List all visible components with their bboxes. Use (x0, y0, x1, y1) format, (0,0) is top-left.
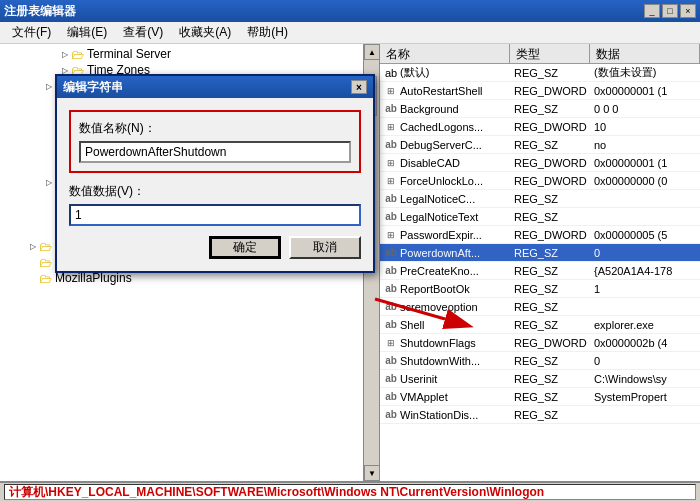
reg-row-legalnoticetext[interactable]: ab LegalNoticeText REG_SZ (380, 208, 700, 226)
reg-row-autorestartshell[interactable]: ⊞ AutoRestartShell REG_DWORD 0x00000001 … (380, 82, 700, 100)
close-button[interactable]: × (680, 4, 696, 18)
reg-cell-data: 0x00000001 (1 (590, 84, 700, 98)
dialog-field-group: 数值名称(N)： (69, 110, 361, 173)
reg-cell-name: ab (默认) (380, 64, 510, 81)
reg-cell-type: REG_DWORD (510, 84, 590, 98)
reg-icon-default: ab (384, 67, 398, 79)
reg-row-debugserverc[interactable]: ab DebugServerC... REG_SZ no (380, 136, 700, 154)
reg-cell-data: C:\Windows\sy (590, 372, 700, 386)
field-name-input[interactable] (79, 141, 351, 163)
reg-icon-ab: ab (384, 319, 398, 331)
reg-cell-type: REG_SZ (510, 372, 590, 386)
reg-row-passwordexpir[interactable]: ⊞ PasswordExpir... REG_DWORD 0x00000005 … (380, 226, 700, 244)
app-title: 注册表编辑器 (4, 3, 644, 20)
cancel-button[interactable]: 取消 (289, 236, 361, 259)
reg-cell-data (590, 414, 700, 416)
reg-cell-name: ab Userinit (380, 372, 510, 386)
reg-cell-type: REG_SZ (510, 408, 590, 422)
reg-row-vmapplet[interactable]: ab VMApplet REG_SZ SystemPropert (380, 388, 700, 406)
reg-cell-type: REG_DWORD (510, 336, 590, 350)
menu-edit[interactable]: 编辑(E) (59, 22, 115, 43)
reg-cell-type: REG_SZ (510, 138, 590, 152)
dialog-value-group: 数值数据(V)： (69, 183, 361, 226)
reg-cell-name: ⊞ PasswordExpir... (380, 228, 510, 242)
reg-row-shell[interactable]: ab Shell REG_SZ explorer.exe (380, 316, 700, 334)
reg-cell-data (590, 198, 700, 200)
folder-icon: 🗁 (37, 256, 53, 268)
menu-favorites[interactable]: 收藏夹(A) (171, 22, 239, 43)
reg-cell-data (590, 216, 700, 218)
reg-cell-data: 0 (590, 246, 700, 260)
reg-cell-name: ab ReportBootOk (380, 282, 510, 296)
title-bar: 注册表编辑器 _ □ × (0, 0, 700, 22)
field-data-label: 数值数据(V)： (69, 183, 361, 200)
reg-row-legalnoticec[interactable]: ab LegalNoticeC... REG_SZ (380, 190, 700, 208)
reg-row-forceunlock[interactable]: ⊞ ForceUnlockLo... REG_DWORD 0x00000000 … (380, 172, 700, 190)
folder-icon: 🗁 (69, 48, 85, 60)
dialog-close-button[interactable]: × (351, 80, 367, 94)
reg-cell-data: 1 (590, 282, 700, 296)
reg-cell-name: ab scremoveoption (380, 300, 510, 314)
reg-row-powerdownaft[interactable]: ab PowerdownAft... REG_SZ 0 (380, 244, 700, 262)
reg-cell-name: ab Background (380, 102, 510, 116)
reg-row-cachedlogons[interactable]: ⊞ CachedLogons... REG_DWORD 10 (380, 118, 700, 136)
col-header-type: 类型 (510, 44, 590, 63)
reg-row-userinit[interactable]: ab Userinit REG_SZ C:\Windows\sy (380, 370, 700, 388)
folder-icon: 🗁 (37, 240, 53, 252)
registry-header: 名称 类型 数据 (380, 44, 700, 64)
reg-icon-ab: ab (384, 139, 398, 151)
reg-icon-ab: ab (384, 193, 398, 205)
tree-item-terminal-server[interactable]: ▷ 🗁 Terminal Server (0, 46, 379, 62)
reg-cell-name: ab ShutdownWith... (380, 354, 510, 368)
reg-cell-type: REG_SZ (510, 318, 590, 332)
reg-cell-type: REG_SZ (510, 354, 590, 368)
reg-icon-ab: ab (384, 301, 398, 313)
reg-row-shutdownflags[interactable]: ⊞ ShutdownFlags REG_DWORD 0x0000002b (4 (380, 334, 700, 352)
maximize-button[interactable]: □ (662, 4, 678, 18)
menu-help[interactable]: 帮助(H) (239, 22, 296, 43)
reg-row-default[interactable]: ab (默认) REG_SZ (数值未设置) (380, 64, 700, 82)
dialog-buttons: 确定 取消 (69, 236, 361, 259)
menu-view[interactable]: 查看(V) (115, 22, 171, 43)
reg-cell-name: ab Shell (380, 318, 510, 332)
reg-cell-type: REG_SZ (510, 246, 590, 260)
status-bar: 计算机\HKEY_LOCAL_MACHINE\SOFTWARE\Microsof… (0, 481, 700, 501)
reg-icon-ab: ab (384, 373, 398, 385)
col-header-data: 数据 (590, 44, 700, 63)
edit-string-dialog: 编辑字符串 × 数值名称(N)： 数值数据(V)： 确定 取消 (55, 74, 375, 273)
status-text: 计算机\HKEY_LOCAL_MACHINE\SOFTWARE\Microsof… (4, 484, 696, 500)
reg-cell-name: ⊞ DisableCAD (380, 156, 510, 170)
reg-icon-dword: ⊞ (384, 337, 398, 349)
expand-arrow: ▷ (28, 242, 37, 251)
reg-row-disablecad[interactable]: ⊞ DisableCAD REG_DWORD 0x00000001 (1 (380, 154, 700, 172)
menu-file[interactable]: 文件(F) (4, 22, 59, 43)
reg-icon-ab: ab (384, 247, 398, 259)
reg-cell-data: 0x0000002b (4 (590, 336, 700, 350)
reg-row-reportbootok[interactable]: ab ReportBootOk REG_SZ 1 (380, 280, 700, 298)
ok-button[interactable]: 确定 (209, 236, 281, 259)
reg-cell-name: ab DebugServerC... (380, 138, 510, 152)
reg-row-precreatekno[interactable]: ab PreCreateKno... REG_SZ {A520A1A4-178 (380, 262, 700, 280)
reg-cell-name: ab LegalNoticeText (380, 210, 510, 224)
tree-item-label: Terminal Server (87, 47, 171, 61)
reg-row-scremoveoption[interactable]: ab scremoveoption REG_SZ (380, 298, 700, 316)
reg-row-background[interactable]: ab Background REG_SZ 0 0 0 (380, 100, 700, 118)
reg-cell-data: 0x00000000 (0 (590, 174, 700, 188)
reg-row-winstationdis[interactable]: ab WinStationDis... REG_SZ (380, 406, 700, 424)
reg-row-shutdownwith[interactable]: ab ShutdownWith... REG_SZ 0 (380, 352, 700, 370)
reg-cell-name: ab VMApplet (380, 390, 510, 404)
field-data-input[interactable] (69, 204, 361, 226)
minimize-button[interactable]: _ (644, 4, 660, 18)
folder-icon: 🗁 (37, 272, 53, 284)
reg-cell-type: REG_SZ (510, 66, 590, 80)
window-controls: _ □ × (644, 4, 696, 18)
reg-cell-data: 0 (590, 354, 700, 368)
reg-cell-name: ⊞ CachedLogons... (380, 120, 510, 134)
reg-cell-type: REG_SZ (510, 282, 590, 296)
reg-cell-type: REG_DWORD (510, 156, 590, 170)
reg-cell-data: 0 0 0 (590, 102, 700, 116)
reg-cell-data: {A520A1A4-178 (590, 264, 700, 278)
reg-cell-data: 0x00000001 (1 (590, 156, 700, 170)
reg-cell-type: REG_SZ (510, 210, 590, 224)
expand-arrow: ▷ (44, 178, 53, 187)
